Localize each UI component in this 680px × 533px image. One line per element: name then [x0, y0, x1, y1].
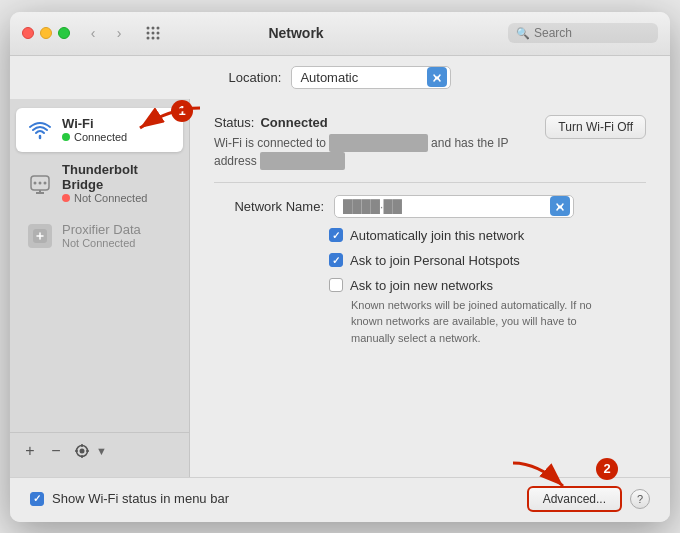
- ip-blurred: ██·██·██·██: [260, 152, 345, 170]
- annotation-2: 2: [596, 458, 618, 480]
- remove-network-button[interactable]: −: [44, 439, 68, 463]
- svg-rect-20: [81, 455, 83, 458]
- network-name-input[interactable]: [334, 195, 574, 218]
- maximize-button[interactable]: [58, 27, 70, 39]
- sidebar-item-thunderbolt[interactable]: Thunderbolt Bridge Not Connected: [16, 154, 183, 212]
- new-networks-label: Ask to join new networks: [350, 278, 493, 293]
- help-button[interactable]: ?: [630, 489, 650, 509]
- bottom-actions: 2 Advanced... ?: [527, 486, 650, 512]
- new-networks-group: Ask to join new networks Known networks …: [329, 278, 646, 347]
- add-network-button[interactable]: +: [18, 439, 42, 463]
- thunderbolt-network-info: Thunderbolt Bridge Not Connected: [62, 162, 173, 204]
- proxifier-network-name: Proxifier Data: [62, 222, 173, 237]
- svg-point-13: [44, 181, 47, 184]
- thunderbolt-status-dot: [62, 194, 70, 202]
- thunderbolt-icon: [26, 169, 54, 197]
- search-input[interactable]: [534, 26, 650, 40]
- show-wifi-label: Show Wi-Fi status in menu bar: [52, 491, 229, 506]
- network-settings-button[interactable]: [70, 439, 94, 463]
- svg-point-12: [39, 181, 42, 184]
- checkbox-group: Automatically join this network Ask to j…: [214, 228, 646, 347]
- thunderbolt-network-status: Not Connected: [62, 192, 173, 204]
- network-name-row: Network Name:: [214, 195, 646, 218]
- thunderbolt-network-name: Thunderbolt Bridge: [62, 162, 173, 192]
- location-bar: Location: Automatic Edit Locations...: [10, 56, 670, 99]
- sidebar: Wi-Fi Connected 1: [10, 99, 190, 477]
- titlebar: ‹ › Network 🔍: [10, 12, 670, 56]
- location-select[interactable]: Automatic Edit Locations...: [291, 66, 451, 89]
- svg-rect-19: [81, 444, 83, 447]
- new-networks-checkbox[interactable]: [329, 278, 343, 292]
- network-preferences-window: ‹ › Network 🔍 Location:: [10, 12, 670, 522]
- ssid-blurred: ████ ██ ████: [329, 134, 427, 152]
- personal-hotspot-checkbox[interactable]: [329, 253, 343, 267]
- new-networks-description: Known networks will be joined automatica…: [351, 297, 621, 347]
- proxifier-network-info: Proxifier Data Not Connected: [62, 222, 173, 249]
- settings-dropdown-arrow[interactable]: ▼: [96, 445, 107, 457]
- personal-hotspot-row: Ask to join Personal Hotspots: [329, 253, 646, 268]
- personal-hotspot-label: Ask to join Personal Hotspots: [350, 253, 520, 268]
- svg-point-11: [34, 181, 37, 184]
- search-bar[interactable]: 🔍: [508, 23, 658, 43]
- svg-rect-22: [86, 450, 89, 452]
- svg-rect-21: [75, 450, 78, 452]
- sidebar-item-proxifier[interactable]: Proxifier Data Not Connected: [16, 214, 183, 258]
- status-description: Wi-Fi is connected to ████ ██ ████ and h…: [214, 134, 514, 170]
- auto-join-checkbox[interactable]: [329, 228, 343, 242]
- minimize-button[interactable]: [40, 27, 52, 39]
- main-content: Wi-Fi Connected 1: [10, 99, 670, 477]
- proxifier-icon: [26, 222, 54, 250]
- traffic-lights: [22, 27, 70, 39]
- sidebar-footer: + − ▼: [10, 432, 189, 469]
- proxifier-network-status: Not Connected: [62, 237, 173, 249]
- turn-wifi-off-button[interactable]: Turn Wi-Fi Off: [545, 115, 646, 139]
- window-title: Network: [92, 25, 500, 41]
- network-name-input-wrapper: [334, 195, 574, 218]
- search-icon: 🔍: [516, 27, 530, 40]
- close-button[interactable]: [22, 27, 34, 39]
- wifi-status-dot: [62, 133, 70, 141]
- wifi-network-icon: [26, 116, 54, 144]
- show-wifi-checkbox[interactable]: [30, 492, 44, 506]
- status-key: Status:: [214, 115, 254, 130]
- bottom-bar: Show Wi-Fi status in menu bar 2 Advanced…: [10, 477, 670, 522]
- detail-panel: Status: Connected Wi-Fi is connected to …: [190, 99, 670, 477]
- auto-join-row: Automatically join this network: [329, 228, 646, 243]
- location-label: Location:: [229, 70, 282, 85]
- location-select-wrapper: Automatic Edit Locations...: [291, 66, 451, 89]
- show-wifi-row: Show Wi-Fi status in menu bar: [30, 491, 527, 506]
- status-row: Status: Connected Wi-Fi is connected to …: [214, 115, 646, 170]
- new-networks-row: Ask to join new networks: [329, 278, 646, 293]
- svg-point-17: [80, 448, 85, 453]
- status-line: Status: Connected: [214, 115, 533, 130]
- network-name-label: Network Name:: [214, 199, 324, 214]
- auto-join-label: Automatically join this network: [350, 228, 524, 243]
- status-label-group: Status: Connected Wi-Fi is connected to …: [214, 115, 533, 170]
- status-value: Connected: [260, 115, 327, 130]
